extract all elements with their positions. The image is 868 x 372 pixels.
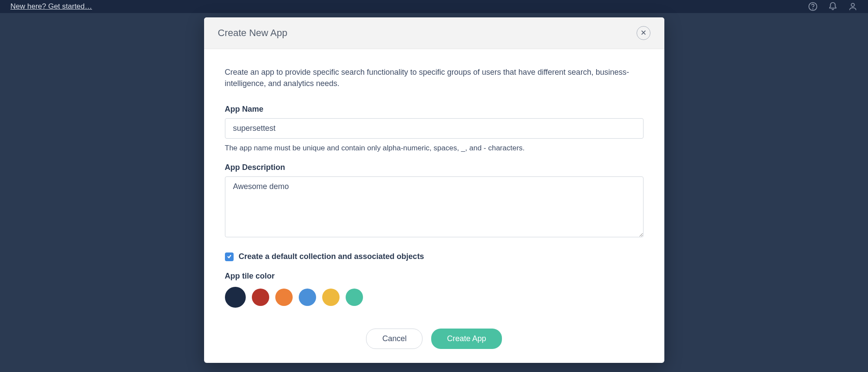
modal-footer: Cancel Create App	[204, 318, 664, 363]
top-bar: New here? Get started…	[0, 0, 868, 13]
create-app-button[interactable]: Create App	[431, 329, 502, 349]
tile-color-label: App tile color	[225, 272, 644, 281]
default-collection-label[interactable]: Create a default collection and associat…	[239, 252, 424, 261]
app-name-help-text: The app name must be unique and contain …	[225, 144, 644, 153]
notifications-icon[interactable]	[828, 2, 838, 11]
app-name-label: App Name	[225, 105, 644, 114]
close-button[interactable]	[637, 26, 650, 40]
modal-body: Create an app to provide specific search…	[204, 49, 664, 318]
color-swatch-navy[interactable]	[225, 287, 246, 308]
color-swatch-yellow[interactable]	[322, 289, 340, 306]
cancel-button[interactable]: Cancel	[366, 329, 422, 349]
create-app-modal: Create New App Create an app to provide …	[204, 17, 664, 363]
default-collection-row: Create a default collection and associat…	[225, 252, 644, 261]
color-swatch-red[interactable]	[252, 289, 269, 306]
top-bar-icons	[808, 2, 858, 11]
modal-intro-text: Create an app to provide specific search…	[225, 66, 644, 89]
color-swatch-blue[interactable]	[299, 289, 316, 306]
get-started-link[interactable]: New here? Get started…	[10, 2, 92, 11]
svg-point-1	[813, 9, 813, 9]
check-icon	[227, 253, 232, 261]
app-name-input[interactable]	[225, 118, 644, 139]
close-icon	[640, 30, 647, 37]
color-swatch-teal[interactable]	[346, 289, 363, 306]
svg-point-2	[851, 3, 854, 7]
default-collection-checkbox[interactable]	[225, 252, 234, 261]
help-icon[interactable]	[808, 2, 818, 11]
modal-title: Create New App	[218, 27, 287, 39]
modal-header: Create New App	[204, 17, 664, 49]
app-description-input[interactable]	[225, 176, 644, 237]
color-swatches	[225, 287, 644, 308]
color-swatch-orange[interactable]	[275, 289, 293, 306]
app-description-label: App Description	[225, 163, 644, 172]
user-icon[interactable]	[848, 2, 858, 11]
